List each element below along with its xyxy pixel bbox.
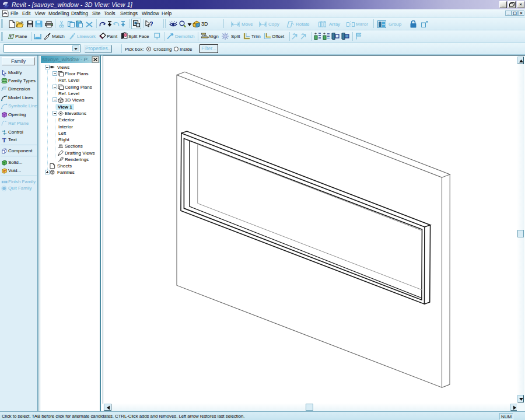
svg-text:T: T (2, 137, 6, 144)
svg-text:?: ? (149, 20, 153, 27)
